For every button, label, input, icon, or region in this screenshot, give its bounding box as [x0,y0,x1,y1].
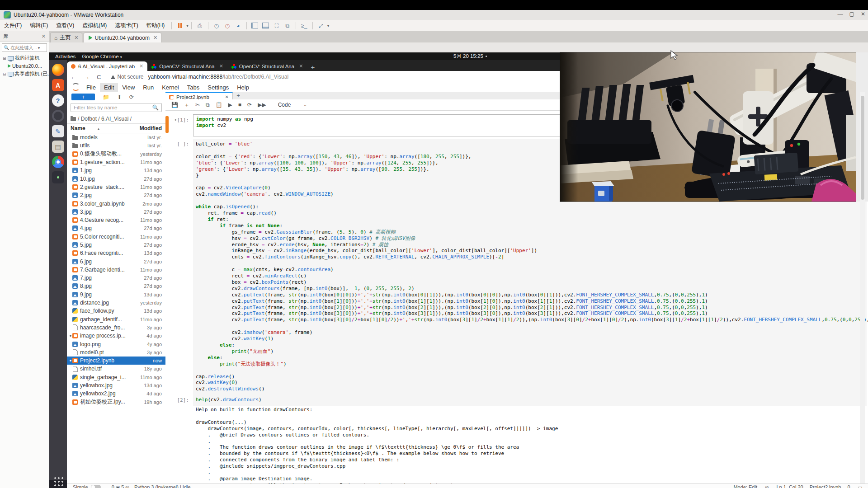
file-row[interactable]: 1.jpg13d ago [67,166,165,174]
minimize-button[interactable]: — [838,11,843,17]
chevron-down-icon[interactable]: ▾ [38,46,40,50]
cell3-editor[interactable]: help(cv2.drawContours) [193,396,867,406]
show-thumbnail-bar-icon[interactable] [262,22,270,29]
new-launcher-button[interactable]: + [71,94,95,100]
upload-icon[interactable]: ⬆ [117,94,122,100]
cut-cell-icon[interactable]: ✂ [195,102,200,108]
manage-snapshots-icon[interactable]: ◕ [234,22,242,29]
file-row[interactable]: 5.jpg27d ago [67,241,165,249]
copy-cell-icon[interactable]: ⧉ [206,102,210,108]
reload-icon[interactable]: C [97,74,101,80]
vmware-menu-item[interactable]: 选项卡(T) [111,20,142,31]
chrome-tab-opencv-doc-1[interactable]: OpenCV: Structural Ana ✕ [147,61,227,71]
file-row[interactable]: single_garbage_i...11mo ago [67,373,165,381]
maximize-button[interactable]: ▢ [849,11,854,17]
tab-close-icon[interactable]: ✕ [139,63,143,69]
help-icon[interactable]: ? [52,94,64,107]
add-cell-icon[interactable]: ＋ [184,101,189,109]
filter-files-input[interactable]: Filter files by name 🔍 [71,103,162,112]
run-all-icon[interactable]: ▶▶ [258,102,266,108]
tab-close-icon[interactable]: ✕ [299,63,303,69]
chrome-tab-jupyterlab[interactable]: 6.AI_Visual - JupyterLab ✕ [67,61,147,71]
library-tree-item[interactable]: ⊟我的计算机 [0,54,49,62]
vmware-menu-item[interactable]: 查看(V) [52,20,78,31]
file-row[interactable]: 4.Gesture recog...11mo ago [67,216,165,224]
file-row[interactable]: 6.jpg27d ago [67,257,165,265]
forward-icon[interactable]: → [84,74,90,80]
tab-close-icon[interactable]: ✕ [219,63,223,69]
new-notebook-tab-button[interactable]: + [233,92,244,99]
app-menu-button[interactable]: Google Chrome ▾ [82,54,122,59]
url-field[interactable]: yahboom-virtual-machine:8888/lab/tree/Do… [148,74,288,80]
close-button[interactable]: ✕ [861,11,865,17]
save-icon[interactable]: 💾 [171,102,178,108]
file-row[interactable]: 2.gesture_stack....11mo ago [67,183,165,191]
tab-home[interactable]: ⌂ 主页 ✕ [50,33,82,42]
files-icon[interactable]: ▤ [52,141,64,153]
sort-asc-icon[interactable]: ▲ [97,127,100,131]
stretch-dropdown-icon[interactable]: ▾ [327,23,330,28]
new-folder-icon[interactable]: 📁 [103,94,109,100]
file-row[interactable]: 7.jpg27d ago [67,274,165,282]
library-tree-item[interactable]: Ubuntu20.0... [0,62,49,70]
file-row[interactable]: yellowbox.jpg13d ago [67,381,165,389]
notification-icon[interactable]: ▭ [858,485,862,488]
file-row[interactable]: haarcascade_fro...3y ago [67,324,165,332]
file-row[interactable]: 9.jpg13d ago [67,291,165,299]
file-row[interactable]: Project2.ipynbnow [67,357,165,365]
file-row[interactable]: 3.color_grab.ipynb2mo ago [67,199,165,207]
expander-icon[interactable]: ⊟ [3,56,6,61]
refresh-icon[interactable]: ⟳ [129,94,134,100]
kernel-count[interactable]: 5 [121,484,124,488]
vmware-menu-item[interactable]: 帮助(H) [142,20,169,31]
file-row[interactable]: 初始位姿校正.ipy...19h ago [67,398,165,406]
scrollbar-thumb[interactable] [861,96,864,200]
chrome-tab-opencv-doc-2[interactable]: OpenCV: Structural Ana ✕ [227,61,307,71]
back-icon[interactable]: ← [71,74,76,80]
cursor-position[interactable]: Ln 1, Col 20 [776,484,803,488]
chrome-icon[interactable] [52,156,64,168]
file-row[interactable]: 8.jpg27d ago [67,282,165,290]
firefox-icon[interactable] [52,64,64,76]
jupyter-menu-help[interactable]: Help [233,83,253,92]
window-controls[interactable]: — ▢ ✕ [838,11,865,17]
tab-close-icon[interactable]: ✕ [153,35,157,41]
clock[interactable]: 5月 20 15:25 [453,52,487,60]
jupyter-menu-edit[interactable]: Edit [100,83,118,92]
terminal-count[interactable]: 0 [112,484,114,488]
cell-type-dropdown[interactable]: Code [278,102,291,108]
file-row[interactable]: simhei.ttf18y ago [67,365,165,373]
jupyter-menu-settings[interactable]: Settings [203,83,233,92]
security-badge[interactable]: Not secure [111,74,143,80]
file-row[interactable]: image process.ip...4d ago [67,332,165,340]
accessibility-icon[interactable]: ⊘ [765,485,769,488]
simple-mode-toggle[interactable] [91,485,101,488]
library-close-icon[interactable]: ✕ [42,33,46,39]
file-row[interactable]: 3.jpg27d ago [67,208,165,216]
ubuntu-software-icon[interactable]: A [52,79,64,91]
file-row[interactable]: model0.pt3y ago [67,348,165,357]
file-row[interactable]: 5.Color recogniti...11mo ago [67,233,165,241]
screenshot-tool-icon[interactable] [52,110,64,122]
jupyter-menu-kernel[interactable]: Kernel [158,83,183,92]
kernel-status[interactable]: Python 3 (ipykernel) | Idle [134,484,191,488]
active-cell-indicator[interactable] [165,116,169,133]
jupyter-menu-file[interactable]: File [82,83,100,92]
suspend-dropdown-icon[interactable]: ▾ [186,23,189,28]
jupyter-menu-view[interactable]: View [118,83,139,92]
tab-close-icon[interactable]: ✕ [74,35,78,41]
expander-icon[interactable]: ⊟ [3,72,6,76]
free-stretch-icon[interactable]: ⤢ [317,22,325,29]
file-row[interactable]: garbage_identif...11mo ago [67,315,165,324]
new-tab-button[interactable]: + [311,63,315,71]
send-ctrl-alt-del-icon[interactable]: ⎙ [196,22,204,29]
jupyter-menu-run[interactable]: Run [139,83,158,92]
file-row[interactable]: modelslast yr. [67,133,165,141]
file-row[interactable]: 10.jpg27d ago [67,174,165,183]
activities-button[interactable]: Activities [55,54,75,59]
stop-kernel-icon[interactable]: ■ [238,102,241,108]
vmware-menu-item[interactable]: 文件(F) [0,20,26,31]
fullscreen-icon[interactable]: ⛶ [273,22,281,29]
filebrowser-headers[interactable]: Name ▲ Modified [67,123,165,133]
file-row[interactable]: 2.jpg27d ago [67,191,165,199]
